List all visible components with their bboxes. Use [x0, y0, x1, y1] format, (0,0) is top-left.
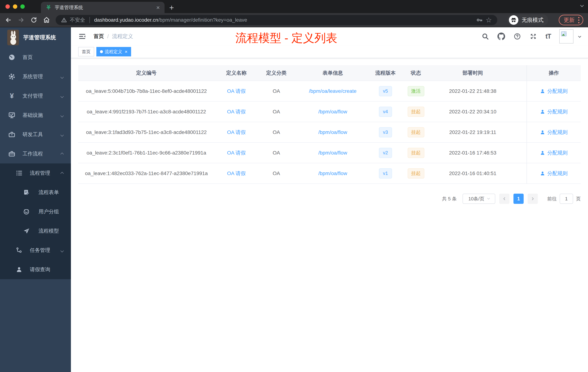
sidebar-item-payment[interactable]: ¥ 支付管理 [0, 86, 71, 106]
assign-rule-link[interactable]: 分配规则 [540, 88, 568, 95]
definition-name-link[interactable]: OA 请假 [227, 88, 246, 95]
col-header: 定义分类 [258, 65, 294, 81]
sidebar-item-label: 基础设施 [22, 112, 61, 119]
browser-toolbar: 不安全 dashboard.yudao.iocoder.cn/bpm/manag… [0, 13, 588, 27]
sidebar-item-user-group[interactable]: 用户分组 [0, 202, 71, 221]
tab-search-chevron-icon[interactable] [581, 4, 583, 7]
search-icon[interactable] [482, 33, 489, 40]
browser-menu-icon[interactable] [578, 17, 579, 23]
definition-name-link[interactable]: OA 请假 [227, 129, 246, 136]
prev-page-button[interactable] [499, 194, 509, 204]
tags-view-bar: 首页 流程定义 × [71, 45, 588, 58]
avatar[interactable] [559, 29, 573, 44]
breadcrumb-separator: / [107, 33, 109, 40]
chevron-down-icon [61, 93, 63, 99]
deploy-time: 2022-01-22 20:34:10 [432, 101, 514, 122]
assign-rule-link[interactable]: 分配规则 [540, 129, 568, 136]
definition-table: 定义编号 定义名称 定义分类 表单信息 流程版本 状态 部署时间 操作 oa_l… [78, 65, 581, 184]
url-separator [89, 17, 90, 23]
url-text[interactable]: dashboard.yudao.iocoder.cn/bpm/manager/d… [94, 17, 247, 23]
form-link[interactable]: /bpm/oa/flow [318, 129, 347, 135]
browser-tab-strip: 芋道管理系统 × + [0, 0, 588, 13]
form-link[interactable]: /bpm/oa/flow [318, 109, 347, 115]
sidebar-item-process-mgmt[interactable]: 流程管理 [0, 164, 71, 183]
zoom-window-button[interactable] [20, 4, 25, 9]
forward-button[interactable] [17, 16, 25, 24]
chevron-down-icon [61, 247, 63, 253]
version-badge: v4 [379, 107, 392, 117]
table-header-row: 定义编号 定义名称 定义分类 表单信息 流程版本 状态 部署时间 操作 [78, 65, 581, 81]
tag-process-definition[interactable]: 流程定义 × [96, 47, 131, 56]
deploy-time: 2022-01-22 21:48:38 [432, 81, 514, 101]
active-tag-dot [100, 50, 103, 53]
back-button[interactable] [5, 16, 12, 24]
page-number-active[interactable]: 1 [514, 194, 524, 204]
form-link[interactable]: /bpm/oa/flow [318, 171, 347, 176]
table-row: oa_leave:1:482ec033-762a-11ec-8477-a2380… [78, 163, 581, 184]
tag-close-icon[interactable]: × [125, 49, 127, 55]
form-link[interactable]: /bpm/oa/leave/create [309, 88, 357, 94]
sidebar-item-process-model[interactable]: 流程模型 [0, 221, 71, 241]
address-bar[interactable]: 不安全 dashboard.yudao.iocoder.cn/bpm/manag… [56, 15, 497, 25]
chevron-down-icon [487, 197, 490, 199]
col-header: 定义编号 [78, 65, 215, 81]
reload-button[interactable] [30, 16, 37, 24]
sidebar-item-task-mgmt[interactable]: 任务管理 [0, 241, 71, 260]
col-header: 流程版本 [371, 65, 400, 81]
status-badge: 挂起 [408, 107, 424, 117]
chevron-down-icon [61, 112, 63, 118]
app-title: 芋道管理系统 [23, 34, 56, 41]
url-host: dashboard.yudao.iocoder.cn [94, 17, 158, 23]
minimize-window-button[interactable] [13, 4, 17, 9]
tab-close-icon[interactable]: × [156, 4, 160, 11]
assign-rule-link[interactable]: 分配规则 [540, 170, 568, 177]
paper-plane-icon [22, 227, 30, 235]
assign-rule-link[interactable]: 分配规则 [540, 108, 568, 115]
briefcase-icon [8, 150, 16, 158]
breadcrumb: 首页 / 流程定义 [94, 33, 133, 40]
sidebar-item-devtools[interactable]: 研发工具 [0, 125, 71, 144]
sidebar-item-label: 研发工具 [22, 131, 61, 138]
monitor-check-icon [8, 111, 16, 119]
sidebar-item-infra[interactable]: 基础设施 [0, 106, 71, 125]
avatar-caret-icon[interactable] [578, 35, 581, 38]
sidebar-item-label: 流程表单 [39, 189, 71, 196]
pagination-total: 共 5 条 [442, 196, 457, 202]
new-tab-button[interactable]: + [169, 4, 174, 12]
form-document-icon [22, 188, 30, 196]
bookmark-star-icon[interactable]: ☆ [486, 16, 492, 24]
assign-rule-link[interactable]: 分配规则 [540, 149, 568, 156]
close-window-button[interactable] [5, 4, 10, 9]
sidebar-item-system[interactable]: 系统管理 [0, 67, 71, 86]
incognito-badge: 无痕模式 [507, 14, 548, 26]
sidebar-item-home[interactable]: 首页 [0, 48, 71, 67]
next-page-button[interactable] [528, 194, 538, 204]
definition-name-link[interactable]: OA 请假 [227, 170, 246, 177]
security-label[interactable]: 不安全 [70, 17, 85, 23]
sidebar-item-leave-query[interactable]: 请假查询 [0, 260, 71, 279]
page-annotation: 流程模型 - 定义列表 [235, 30, 337, 46]
sidebar-item-process-form[interactable]: 流程表单 [0, 183, 71, 202]
form-link[interactable]: /bpm/oa/flow [318, 150, 347, 156]
help-icon[interactable] [514, 33, 521, 40]
password-key-icon[interactable] [476, 17, 483, 23]
macos-traffic-lights [5, 4, 25, 9]
page-size-select[interactable]: 10条/页 [462, 194, 495, 204]
home-button[interactable] [43, 16, 50, 24]
sidebar-item-label: 工作流程 [22, 150, 61, 157]
definition-name-link[interactable]: OA 请假 [227, 108, 246, 115]
browser-update-button[interactable]: 更新 [559, 15, 583, 25]
tag-home[interactable]: 首页 [78, 47, 94, 56]
fullscreen-icon[interactable] [529, 33, 537, 40]
sidebar-item-label: 支付管理 [22, 92, 61, 99]
breadcrumb-home[interactable]: 首页 [94, 33, 104, 40]
browser-tab[interactable]: 芋道管理系统 × [41, 2, 165, 13]
goto-page-input[interactable]: 1 [560, 194, 573, 204]
sidebar-collapse-hamburger-icon[interactable] [78, 33, 86, 40]
font-size-icon[interactable]: tT [546, 33, 551, 40]
definition-name-link[interactable]: OA 请假 [227, 149, 246, 156]
table-row: oa_leave:5:004b710b-7b8a-11ec-8ef0-acde4… [78, 81, 581, 101]
github-icon[interactable] [497, 33, 505, 40]
status-badge: 激活 [408, 86, 424, 96]
sidebar-item-workflow[interactable]: 工作流程 [0, 144, 71, 164]
